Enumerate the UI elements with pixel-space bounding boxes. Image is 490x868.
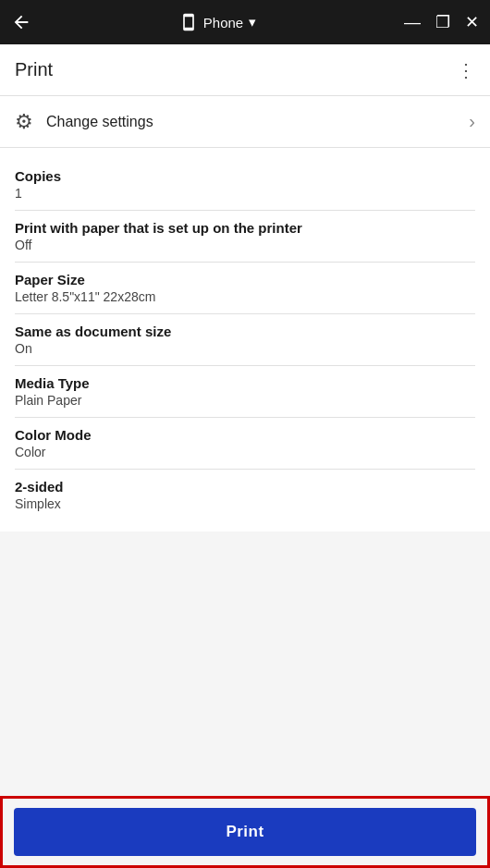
- setting-item: Print with paper that is set up on the p…: [15, 211, 475, 262]
- setting-value: Simplex: [15, 496, 475, 511]
- setting-item: 2-sidedSimplex: [15, 470, 475, 520]
- change-settings-button[interactable]: ⚙ Change settings ›: [0, 96, 490, 148]
- setting-item: Copies1: [15, 159, 475, 210]
- page-header: Print ⋮: [0, 44, 490, 96]
- setting-label: Paper Size: [15, 272, 475, 287]
- close-button[interactable]: ✕: [465, 12, 479, 32]
- print-button-container: Print: [0, 796, 490, 868]
- setting-value: On: [15, 341, 475, 356]
- setting-item: Color ModeColor: [15, 418, 475, 469]
- setting-value: 1: [15, 186, 475, 201]
- settings-list: Copies1Print with paper that is set up o…: [0, 148, 490, 532]
- dropdown-icon: ▾: [249, 14, 256, 31]
- gear-icon: ⚙: [15, 110, 33, 134]
- setting-label: 2-sided: [15, 479, 475, 495]
- setting-label: Color Mode: [15, 427, 475, 443]
- page-title: Print: [15, 59, 53, 80]
- setting-label: Media Type: [15, 375, 475, 391]
- setting-label: Print with paper that is set up on the p…: [15, 220, 475, 236]
- overflow-menu-button[interactable]: ⋮: [457, 59, 475, 81]
- minimize-button[interactable]: —: [404, 13, 421, 32]
- change-settings-label: Change settings: [46, 114, 153, 130]
- setting-value: Color: [15, 445, 475, 459]
- restore-button[interactable]: ❐: [435, 12, 450, 32]
- device-label: Phone: [203, 15, 243, 31]
- chevron-right-icon: ›: [469, 111, 475, 132]
- print-button[interactable]: Print: [14, 808, 476, 856]
- setting-item: Same as document sizeOn: [15, 314, 475, 365]
- setting-value: Letter 8.5"x11" 22x28cm: [15, 289, 475, 304]
- top-bar: Phone ▾ — ❐ ✕: [0, 0, 490, 44]
- setting-item: Media TypePlain Paper: [15, 366, 475, 417]
- device-selector[interactable]: Phone ▾: [179, 13, 256, 31]
- setting-value: Off: [15, 238, 475, 252]
- window-controls: — ❐ ✕: [404, 12, 479, 32]
- setting-value: Plain Paper: [15, 393, 475, 408]
- setting-label: Same as document size: [15, 324, 475, 339]
- setting-item: Paper SizeLetter 8.5"x11" 22x28cm: [15, 263, 475, 313]
- setting-label: Copies: [15, 168, 475, 184]
- back-button[interactable]: [11, 12, 31, 32]
